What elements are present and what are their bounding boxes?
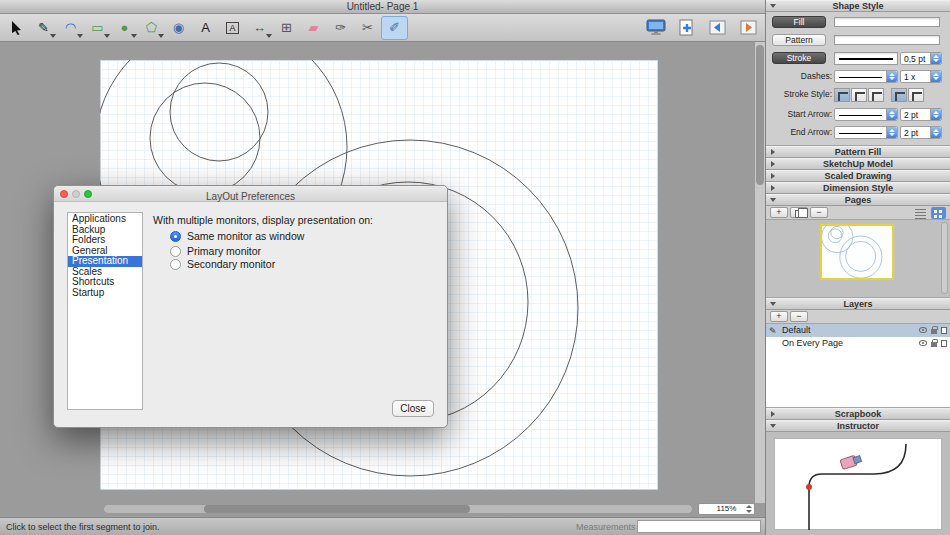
add-layer-button[interactable]: +: [770, 311, 788, 322]
panel-header-layers[interactable]: Layers: [766, 298, 950, 310]
panel-header-shape-style[interactable]: Shape Style: [766, 0, 950, 12]
dialog-titlebar[interactable]: LayOut Preferences: [54, 186, 447, 202]
start-presentation-button[interactable]: [642, 16, 669, 40]
rectangle-tool[interactable]: ▭: [84, 16, 111, 40]
offset-tool[interactable]: ◉: [165, 16, 192, 40]
pref-item-presentation[interactable]: Presentation: [68, 256, 142, 267]
stepper-arrows-icon[interactable]: [930, 71, 941, 82]
layer-share-icon[interactable]: [941, 327, 947, 334]
panel-header-scaled-drawing[interactable]: Scaled Drawing: [766, 170, 950, 182]
layer-visibility-icon[interactable]: [919, 340, 927, 346]
pattern-button[interactable]: Pattern: [772, 34, 826, 46]
next-page-button[interactable]: [735, 16, 762, 40]
dimension-tool[interactable]: ↔: [246, 16, 273, 40]
eraser-tool[interactable]: ▰: [300, 16, 327, 40]
stroke-color-swatch[interactable]: [834, 52, 898, 65]
radio-secondary-monitor[interactable]: [170, 259, 181, 270]
pref-item-applications[interactable]: Applications: [68, 214, 142, 225]
vertical-scrollbar[interactable]: [754, 42, 765, 503]
layer-lock-icon[interactable]: [931, 329, 937, 334]
layer-share-icon[interactable]: [941, 340, 947, 347]
measurements-input[interactable]: [637, 520, 761, 533]
radio-same-monitor[interactable]: [170, 231, 181, 242]
polygon-tool[interactable]: ⬠: [138, 16, 165, 40]
horizontal-scrollbar[interactable]: [103, 504, 693, 514]
chevron-down-icon: [131, 34, 137, 38]
stroke-cap-round-button[interactable]: [908, 88, 924, 102]
list-view-button[interactable]: [913, 207, 928, 219]
chevron-down-icon: [50, 34, 56, 38]
pattern-swatch[interactable]: [834, 35, 940, 45]
pages-content: [766, 220, 950, 298]
close-button[interactable]: Close: [392, 400, 434, 417]
close-window-button[interactable]: [60, 190, 68, 198]
stepper-arrows-icon[interactable]: [930, 53, 941, 64]
radio-primary-monitor[interactable]: [170, 246, 181, 257]
layout-app: Untitled- Page 1 ✎ ◠ ▭ ● ⬠ ◉: [0, 0, 950, 535]
pref-item-startup[interactable]: Startup: [68, 288, 142, 299]
select-tool[interactable]: [3, 16, 30, 40]
style-tool[interactable]: ✑: [327, 16, 354, 40]
dashes-select[interactable]: [834, 70, 898, 83]
stepper-arrows-icon[interactable]: [886, 109, 897, 120]
zoom-stepper-icon[interactable]: [745, 505, 753, 513]
radio-row-same-monitor[interactable]: Same monitor as window: [170, 230, 304, 242]
table-tool[interactable]: ⊞: [273, 16, 300, 40]
horizontal-scrollbar-thumb[interactable]: [204, 505, 470, 513]
previous-page-button[interactable]: [704, 16, 731, 40]
start-arrow-select[interactable]: [834, 108, 898, 121]
start-arrow-size-stepper[interactable]: 2 pt: [900, 108, 942, 121]
dialog-title: LayOut Preferences: [206, 191, 295, 202]
end-arrow-size-stepper[interactable]: 2 pt: [900, 126, 942, 139]
stroke-style-round-button[interactable]: [851, 88, 867, 102]
panel-header-sketchup-model[interactable]: SketchUp Model: [766, 158, 950, 170]
pref-item-folders[interactable]: Folders: [68, 235, 142, 246]
stepper-arrows-icon[interactable]: [930, 127, 941, 138]
layer-row-default[interactable]: ✎ Default: [766, 324, 950, 337]
stepper-arrows-icon[interactable]: [886, 127, 897, 138]
stroke-style-bevel-button[interactable]: [868, 88, 884, 102]
add-page-mini-button[interactable]: +: [770, 207, 788, 218]
page-thumbnail[interactable]: [820, 224, 894, 280]
panel-header-scrapbook[interactable]: Scrapbook: [766, 408, 950, 420]
delete-page-button[interactable]: −: [810, 207, 828, 218]
stepper-arrows-icon[interactable]: [930, 109, 941, 120]
layer-row-on-every-page[interactable]: On Every Page: [766, 337, 950, 350]
zoom-control[interactable]: 115%: [698, 503, 755, 515]
panel-header-pages[interactable]: Pages: [766, 194, 950, 206]
stroke-width-stepper[interactable]: 0,5 pt: [900, 52, 942, 65]
stepper-arrows-icon[interactable]: [886, 71, 897, 82]
label-tool[interactable]: A: [219, 16, 246, 40]
window-titlebar[interactable]: Untitled- Page 1: [0, 0, 765, 14]
line-tool[interactable]: ✎: [30, 16, 57, 40]
minimize-window-button[interactable]: [72, 190, 80, 198]
circle-tool[interactable]: ●: [111, 16, 138, 40]
forward-arrow-icon: [740, 20, 757, 35]
grid-view-button[interactable]: [931, 207, 946, 219]
panel-header-instructor[interactable]: Instructor: [766, 420, 950, 432]
fill-color-swatch[interactable]: [834, 17, 940, 27]
text-tool[interactable]: A: [192, 16, 219, 40]
zoom-window-button[interactable]: [84, 190, 92, 198]
stroke-button[interactable]: Stroke: [772, 52, 826, 64]
join-tool[interactable]: ✐: [381, 16, 408, 40]
radio-row-secondary-monitor[interactable]: Secondary monitor: [170, 258, 275, 270]
pages-scrollbar[interactable]: [941, 222, 948, 294]
stroke-cap-flat-button[interactable]: [891, 88, 907, 102]
dashes-scale-stepper[interactable]: 1 x: [900, 70, 942, 83]
add-page-button[interactable]: [673, 16, 700, 40]
layer-visibility-icon[interactable]: [919, 327, 927, 333]
radio-row-primary-monitor[interactable]: Primary monitor: [170, 245, 261, 257]
layer-lock-icon[interactable]: [931, 342, 937, 347]
panel-header-dimension-style[interactable]: Dimension Style: [766, 182, 950, 194]
vertical-scrollbar-thumb[interactable]: [756, 45, 764, 185]
arc-tool[interactable]: ◠: [57, 16, 84, 40]
end-arrow-select[interactable]: [834, 126, 898, 139]
pref-item-shortcuts[interactable]: Shortcuts: [68, 277, 142, 288]
split-tool[interactable]: ✂: [354, 16, 381, 40]
stroke-style-miter-button[interactable]: [834, 88, 850, 102]
fill-button[interactable]: Fill: [772, 16, 826, 28]
delete-layer-button[interactable]: −: [790, 311, 808, 322]
duplicate-page-button[interactable]: [790, 207, 808, 218]
panel-header-pattern-fill[interactable]: Pattern Fill: [766, 146, 950, 158]
